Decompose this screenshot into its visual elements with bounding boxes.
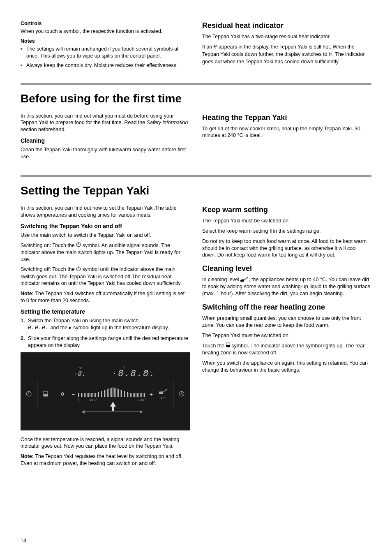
keepwarm-p1: The Teppan Yaki must be switched on. — [202, 217, 371, 224]
keepwarm-p3: Do not try to keep too much food warm at… — [202, 238, 371, 259]
up-arrow-icon — [109, 402, 117, 413]
svg-rect-9 — [159, 392, 163, 394]
residual-heat-heading: Residual heat indicator — [202, 21, 371, 30]
setting-right-col: Keep warm setting The Teppan Yaki must b… — [202, 205, 371, 470]
residual-p2: If an H appears in the display, the Tepp… — [202, 44, 371, 65]
setting-section: In this section, you can find out how to… — [21, 205, 371, 470]
plus-label: + — [149, 391, 154, 398]
temperature-heading: Setting the temperature — [21, 308, 190, 315]
switch-on-text: Switching on: Touch the symbol. An audib… — [21, 242, 190, 263]
notes-list: The settings will remain unchanged if yo… — [21, 46, 190, 69]
setting-intro: In this section, you can find out how to… — [21, 205, 190, 219]
power-icon — [76, 266, 81, 273]
top-right-col: Residual heat indicator The Teppan Yaki … — [202, 21, 371, 72]
cleaning-icon — [240, 277, 249, 284]
cleaning-text: Clean the Teppan Yaki thoroughly with lu… — [21, 146, 190, 160]
residual-p1: The Teppan Yaki has a two-stage residual… — [202, 33, 371, 40]
zone-icon — [226, 342, 230, 349]
svg-line-23 — [244, 277, 248, 280]
rear-p1: When preparing small quantities, you can… — [202, 315, 371, 329]
section-divider — [21, 175, 371, 177]
segment-display-icon: 0.0.0. — [28, 325, 49, 331]
svg-rect-7 — [44, 394, 48, 396]
heating-text: To get rid of the new cooker smell, heat… — [202, 125, 371, 139]
page-number: 14 — [21, 538, 26, 543]
rear-p4: When you switch the appliance on again, … — [202, 360, 371, 374]
switch-off-text: Switching off: Touch the symbol until th… — [21, 266, 190, 287]
scale-low-label: 160° — [90, 398, 97, 402]
before-right-col: Heating the Teppan Yaki To get rid of th… — [202, 113, 371, 164]
svg-rect-18 — [240, 280, 244, 282]
after-img-text: Once the set temperature is reached, a s… — [21, 436, 190, 450]
settings-scale: ⦀ 160° 240° — [78, 386, 146, 403]
controls-text: When you touch a symbol, the respective … — [21, 28, 190, 35]
cleaning-icon: 40° — [154, 389, 173, 400]
svg-marker-8 — [110, 402, 116, 411]
switching-heading: Switching the Teppan Yaki on and off — [21, 223, 190, 229]
before-using-section: In this section, you can find out what y… — [21, 113, 371, 164]
switch-note: Note: The Teppan Yaki switches off autom… — [21, 290, 190, 304]
cleaning-heading: Cleaning — [21, 137, 190, 144]
top-section: Controls When you touch a symbol, the re… — [21, 21, 371, 72]
list-item: Slide your finger along the settings ran… — [21, 335, 190, 349]
keepwarm-heading: Keep warm setting — [202, 206, 371, 214]
top-left-col: Controls When you touch a symbol, the re… — [21, 21, 190, 72]
before-left-col: In this section, you can find out what y… — [21, 113, 190, 164]
clock-icon — [173, 391, 190, 398]
svg-line-17 — [182, 394, 183, 395]
control-panel-illustration: °C ·8. △ ·8.8.8. min. 0 − ⦀ 160° — [21, 352, 190, 430]
zone-icon — [37, 391, 54, 398]
temp-display: ·8. — [74, 370, 86, 378]
power-icon — [76, 242, 81, 249]
switch-p1: Use the main switch to switch the Teppan… — [21, 232, 190, 239]
rear-zone-heading: Switching off the rear heating zone — [202, 303, 371, 312]
controls-heading: Controls — [21, 21, 190, 26]
cleaning-level-text: In cleaning level , the appliances heats… — [202, 276, 371, 297]
list-item: The settings will remain unchanged if yo… — [21, 46, 190, 60]
temp-note: Note: The Teppan Yaki regulates the heat… — [21, 453, 190, 467]
svg-line-14 — [163, 389, 167, 392]
heating-heading: Heating the Teppan Yaki — [202, 113, 371, 122]
timer-unit-label: min. — [145, 370, 152, 373]
rear-p2: The Teppan Yaki must be switched on. — [202, 332, 371, 339]
cleaning-level-heading: Cleaning level — [202, 264, 371, 273]
clean-temp-label: 40° — [154, 396, 173, 400]
zero-label: 0 — [54, 392, 71, 398]
scale-high-label: 240° — [138, 398, 146, 402]
setting-title: Setting the Teppan Yaki — [21, 184, 371, 197]
before-using-title: Before using for the first time — [21, 92, 371, 105]
rear-p3: Touch the symbol. The indicator above th… — [202, 342, 371, 356]
temp-unit-label: °C — [78, 366, 82, 370]
keep-warm-icon: ⦀ — [78, 398, 79, 402]
list-item: Switch the Teppan Yaki on using the main… — [21, 317, 190, 332]
keepwarm-p2: Select the keep warm setting ⦀ in the se… — [202, 228, 371, 235]
notes-heading: Notes — [21, 38, 190, 44]
svg-rect-25 — [226, 345, 230, 347]
section-divider — [21, 83, 371, 85]
temperature-steps: Switch the Teppan Yaki on using the main… — [21, 317, 190, 349]
minus-label: − — [71, 391, 76, 398]
power-icon — [21, 391, 37, 398]
small-h-icon: h — [329, 52, 332, 58]
before-intro: In this section, you can find out what y… — [21, 113, 190, 134]
setting-left-col: In this section, you can find out how to… — [21, 205, 190, 470]
list-item: Always keep the controls dry. Moisture r… — [21, 62, 190, 69]
